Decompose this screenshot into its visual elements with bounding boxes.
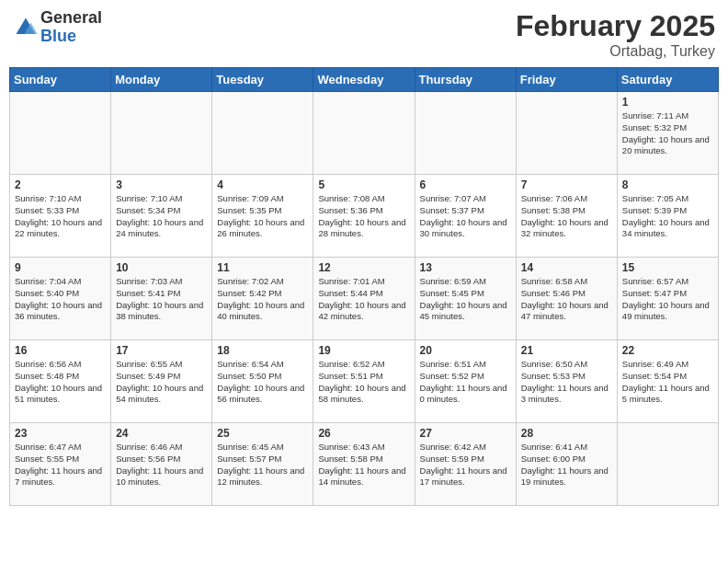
day-info: Sunrise: 7:01 AM Sunset: 5:44 PM Dayligh… <box>318 276 409 323</box>
day-header-sunday: Sunday <box>10 68 111 92</box>
calendar-cell: 24Sunrise: 6:46 AM Sunset: 5:56 PM Dayli… <box>111 423 212 506</box>
day-number: 4 <box>217 178 308 191</box>
calendar-cell: 18Sunrise: 6:54 AM Sunset: 5:50 PM Dayli… <box>212 340 313 423</box>
day-number: 12 <box>318 261 409 274</box>
calendar-cell: 26Sunrise: 6:43 AM Sunset: 5:58 PM Dayli… <box>313 423 415 506</box>
day-number: 16 <box>15 344 106 357</box>
day-info: Sunrise: 7:07 AM Sunset: 5:37 PM Dayligh… <box>420 193 511 240</box>
week-row-3: 16Sunrise: 6:56 AM Sunset: 5:48 PM Dayli… <box>10 340 719 423</box>
calendar-cell: 25Sunrise: 6:45 AM Sunset: 5:57 PM Dayli… <box>212 423 313 506</box>
day-info: Sunrise: 6:46 AM Sunset: 5:56 PM Dayligh… <box>116 442 207 488</box>
day-number: 28 <box>521 427 612 440</box>
day-info: Sunrise: 6:56 AM Sunset: 5:48 PM Dayligh… <box>15 359 106 406</box>
day-info: Sunrise: 7:11 AM Sunset: 5:32 PM Dayligh… <box>622 110 713 157</box>
logo-blue-text: Blue <box>40 27 76 45</box>
day-number: 20 <box>420 344 511 357</box>
calendar-cell: 15Sunrise: 6:57 AM Sunset: 5:47 PM Dayli… <box>617 258 718 340</box>
logo: General Blue <box>13 9 102 46</box>
day-number: 23 <box>15 427 106 440</box>
day-number: 17 <box>116 344 207 357</box>
calendar-cell: 1Sunrise: 7:11 AM Sunset: 5:32 PM Daylig… <box>617 92 718 175</box>
day-info: Sunrise: 6:58 AM Sunset: 5:46 PM Dayligh… <box>521 276 612 323</box>
day-number: 2 <box>15 178 106 191</box>
day-number: 6 <box>420 178 511 191</box>
day-info: Sunrise: 6:51 AM Sunset: 5:52 PM Dayligh… <box>420 359 511 406</box>
calendar-cell: 17Sunrise: 6:55 AM Sunset: 5:49 PM Dayli… <box>111 340 212 423</box>
day-number: 14 <box>521 261 612 274</box>
day-info: Sunrise: 6:47 AM Sunset: 5:55 PM Dayligh… <box>15 442 106 488</box>
calendar-cell <box>415 92 516 175</box>
week-row-4: 23Sunrise: 6:47 AM Sunset: 5:55 PM Dayli… <box>10 423 719 506</box>
day-info: Sunrise: 7:09 AM Sunset: 5:35 PM Dayligh… <box>217 193 308 240</box>
day-info: Sunrise: 6:50 AM Sunset: 5:53 PM Dayligh… <box>521 359 612 406</box>
day-header-friday: Friday <box>516 68 617 92</box>
calendar-cell <box>313 92 415 175</box>
day-number: 18 <box>217 344 308 357</box>
week-row-0: 1Sunrise: 7:11 AM Sunset: 5:32 PM Daylig… <box>10 92 719 175</box>
calendar-cell <box>10 92 111 175</box>
day-info: Sunrise: 7:02 AM Sunset: 5:42 PM Dayligh… <box>217 276 308 323</box>
day-info: Sunrise: 6:55 AM Sunset: 5:49 PM Dayligh… <box>116 359 207 406</box>
calendar-cell: 6Sunrise: 7:07 AM Sunset: 5:37 PM Daylig… <box>415 175 516 258</box>
calendar-cell: 8Sunrise: 7:05 AM Sunset: 5:39 PM Daylig… <box>617 175 718 258</box>
day-info: Sunrise: 6:42 AM Sunset: 5:59 PM Dayligh… <box>420 442 511 488</box>
calendar-cell: 21Sunrise: 6:50 AM Sunset: 5:53 PM Dayli… <box>516 340 617 423</box>
day-info: Sunrise: 6:49 AM Sunset: 5:54 PM Dayligh… <box>622 359 713 406</box>
day-info: Sunrise: 6:57 AM Sunset: 5:47 PM Dayligh… <box>622 276 713 323</box>
day-info: Sunrise: 7:06 AM Sunset: 5:38 PM Dayligh… <box>521 193 612 240</box>
calendar-cell: 20Sunrise: 6:51 AM Sunset: 5:52 PM Dayli… <box>415 340 516 423</box>
day-info: Sunrise: 6:43 AM Sunset: 5:58 PM Dayligh… <box>318 442 409 488</box>
calendar-cell: 7Sunrise: 7:06 AM Sunset: 5:38 PM Daylig… <box>516 175 617 258</box>
calendar-cell <box>212 92 313 175</box>
day-info: Sunrise: 7:10 AM Sunset: 5:33 PM Dayligh… <box>15 193 106 240</box>
calendar-cell: 14Sunrise: 6:58 AM Sunset: 5:46 PM Dayli… <box>516 258 617 340</box>
day-header-monday: Monday <box>111 68 212 92</box>
day-number: 24 <box>116 427 207 440</box>
calendar-cell: 23Sunrise: 6:47 AM Sunset: 5:55 PM Dayli… <box>10 423 111 506</box>
calendar-table: SundayMondayTuesdayWednesdayThursdayFrid… <box>9 67 719 506</box>
day-number: 27 <box>420 427 511 440</box>
day-info: Sunrise: 6:45 AM Sunset: 5:57 PM Dayligh… <box>217 442 308 488</box>
calendar-cell: 10Sunrise: 7:03 AM Sunset: 5:41 PM Dayli… <box>111 258 212 340</box>
day-number: 5 <box>318 178 409 191</box>
day-info: Sunrise: 7:08 AM Sunset: 5:36 PM Dayligh… <box>318 193 409 240</box>
calendar-cell: 19Sunrise: 6:52 AM Sunset: 5:51 PM Dayli… <box>313 340 415 423</box>
calendar-cell: 16Sunrise: 6:56 AM Sunset: 5:48 PM Dayli… <box>10 340 111 423</box>
day-info: Sunrise: 7:04 AM Sunset: 5:40 PM Dayligh… <box>15 276 106 323</box>
calendar-cell <box>617 423 718 506</box>
day-header-tuesday: Tuesday <box>212 68 313 92</box>
calendar-cell <box>516 92 617 175</box>
title-block: February 2025 Ortabag, Turkey <box>516 9 715 60</box>
calendar-cell: 5Sunrise: 7:08 AM Sunset: 5:36 PM Daylig… <box>313 175 415 258</box>
day-info: Sunrise: 6:41 AM Sunset: 6:00 PM Dayligh… <box>521 442 612 488</box>
week-row-1: 2Sunrise: 7:10 AM Sunset: 5:33 PM Daylig… <box>10 175 719 258</box>
calendar-cell: 27Sunrise: 6:42 AM Sunset: 5:59 PM Dayli… <box>415 423 516 506</box>
day-number: 10 <box>116 261 207 274</box>
day-header-saturday: Saturday <box>617 68 718 92</box>
day-number: 26 <box>318 427 409 440</box>
day-number: 9 <box>15 261 106 274</box>
day-info: Sunrise: 7:05 AM Sunset: 5:39 PM Dayligh… <box>622 193 713 240</box>
calendar-cell <box>111 92 212 175</box>
day-number: 21 <box>521 344 612 357</box>
day-number: 7 <box>521 178 612 191</box>
calendar-cell: 13Sunrise: 6:59 AM Sunset: 5:45 PM Dayli… <box>415 258 516 340</box>
day-number: 25 <box>217 427 308 440</box>
calendar-cell: 22Sunrise: 6:49 AM Sunset: 5:54 PM Dayli… <box>617 340 718 423</box>
day-info: Sunrise: 7:10 AM Sunset: 5:34 PM Dayligh… <box>116 193 207 240</box>
page-header: General Blue February 2025 Ortabag, Turk… <box>9 9 719 60</box>
day-info: Sunrise: 6:52 AM Sunset: 5:51 PM Dayligh… <box>318 359 409 406</box>
calendar-cell: 3Sunrise: 7:10 AM Sunset: 5:34 PM Daylig… <box>111 175 212 258</box>
calendar-cell: 2Sunrise: 7:10 AM Sunset: 5:33 PM Daylig… <box>10 175 111 258</box>
day-number: 8 <box>622 178 713 191</box>
week-row-2: 9Sunrise: 7:04 AM Sunset: 5:40 PM Daylig… <box>10 258 719 340</box>
calendar-cell: 9Sunrise: 7:04 AM Sunset: 5:40 PM Daylig… <box>10 258 111 340</box>
day-number: 22 <box>622 344 713 357</box>
day-header-thursday: Thursday <box>415 68 516 92</box>
day-info: Sunrise: 7:03 AM Sunset: 5:41 PM Dayligh… <box>116 276 207 323</box>
location-text: Ortabag, Turkey <box>516 43 715 60</box>
calendar-header-row: SundayMondayTuesdayWednesdayThursdayFrid… <box>10 68 719 92</box>
day-number: 19 <box>318 344 409 357</box>
day-number: 13 <box>420 261 511 274</box>
day-number: 1 <box>622 96 713 109</box>
